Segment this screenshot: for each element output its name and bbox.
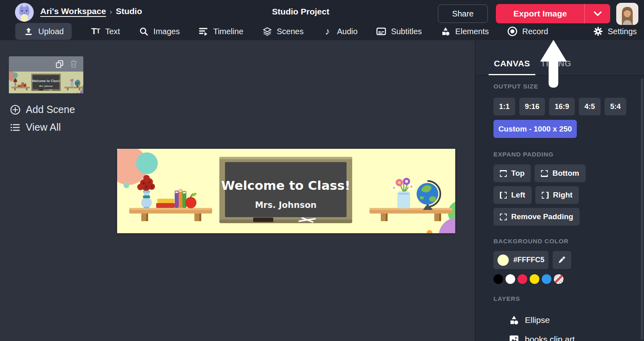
- layers-icon: [262, 26, 272, 37]
- output-size-heading: OUTPUT SIZE: [493, 83, 644, 90]
- pad-left-button[interactable]: Left: [493, 186, 532, 204]
- swatch-transparent[interactable]: [554, 274, 564, 284]
- pad-top-icon: [500, 170, 507, 177]
- copy-icon: [55, 60, 64, 68]
- toolbar-timeline[interactable]: Timeline: [198, 26, 244, 37]
- tab-timing[interactable]: TIMING: [535, 59, 577, 75]
- current-color-dot: [497, 255, 509, 266]
- circle-plus-icon: [10, 105, 21, 115]
- user-profile-avatar[interactable]: [616, 3, 638, 25]
- main-toolbar: Upload TT Text Images Timeline: [0, 23, 644, 40]
- toolbar-elements[interactable]: Elements: [440, 26, 489, 37]
- image-icon: [509, 334, 519, 341]
- pad-bottom-icon: [541, 170, 548, 177]
- swatch-red[interactable]: [518, 274, 527, 284]
- expand-padding-heading: EXPAND PADDING: [493, 151, 644, 158]
- toolbar-images-label: Images: [153, 27, 180, 36]
- pad-top-button[interactable]: Top: [493, 164, 531, 182]
- scene-thumbnail-dim-overlay: [9, 72, 83, 93]
- pad-right-label: Right: [553, 191, 573, 199]
- panel-scrollbar[interactable]: [641, 78, 643, 340]
- canvas-area[interactable]: [117, 149, 455, 233]
- scene-card-toolbar: [9, 56, 83, 72]
- captions-icon: [376, 26, 386, 37]
- toolbar-audio-label: Audio: [337, 27, 357, 36]
- project-title[interactable]: Studio Project: [272, 7, 329, 16]
- breadcrumb-workspace-link[interactable]: Ari's Workspace: [40, 6, 106, 16]
- export-image-button[interactable]: Export Image: [496, 4, 610, 23]
- toolbar-audio[interactable]: ♪ Audio: [322, 26, 357, 37]
- music-note-icon: ♪: [322, 26, 332, 37]
- pad-right-button[interactable]: Right: [535, 186, 579, 204]
- pad-left-icon: [500, 192, 507, 199]
- eyedropper-icon: [558, 256, 566, 264]
- upload-icon: [23, 26, 34, 37]
- pad-left-label: Left: [511, 191, 525, 199]
- toolbar-upload[interactable]: Upload: [15, 23, 72, 40]
- background-color-chip[interactable]: #FFFFC5: [493, 251, 549, 269]
- add-scene-button[interactable]: Add Scene: [10, 104, 75, 115]
- layer-row-books-clip-art[interactable]: books clip art: [493, 330, 644, 341]
- ratio-options: 1:1 9:16 16:9 4:5 5:4: [493, 98, 644, 115]
- scene-thumbnail-preview[interactable]: [9, 72, 83, 93]
- duplicate-scene-button[interactable]: [55, 60, 64, 68]
- toolbar-subtitles-label: Subtitles: [391, 27, 422, 36]
- list-icon: [10, 123, 21, 132]
- tab-canvas[interactable]: CANVAS: [489, 59, 535, 75]
- swatch-yellow[interactable]: [530, 274, 539, 284]
- toolbar-elements-label: Elements: [455, 27, 489, 36]
- toolbar-settings-label: Settings: [608, 27, 637, 36]
- custom-size-button[interactable]: Custom - 1000 x 250: [493, 120, 577, 138]
- shapes-icon: [509, 315, 519, 325]
- ratio-button-5-4[interactable]: 5:4: [605, 98, 626, 115]
- export-options-toggle[interactable]: [584, 4, 610, 23]
- ratio-button-16-9[interactable]: 16:9: [549, 98, 575, 115]
- text-icon: TT: [90, 26, 101, 37]
- inspector-tabs: CANVAS TIMING: [475, 40, 644, 76]
- view-all-label: View All: [26, 121, 61, 133]
- shapes-icon: [440, 26, 451, 37]
- toolbar-settings[interactable]: Settings: [593, 23, 637, 40]
- swatch-black[interactable]: [493, 274, 503, 284]
- scene-thumbnail-card[interactable]: [9, 56, 83, 93]
- share-button[interactable]: Share: [438, 4, 488, 23]
- swatch-blue[interactable]: [542, 274, 551, 284]
- pad-bottom-button[interactable]: Bottom: [535, 164, 585, 182]
- toolbar-text[interactable]: TT Text: [90, 26, 120, 37]
- ratio-button-9-16[interactable]: 9:16: [519, 98, 545, 115]
- preset-swatches: [493, 274, 644, 284]
- layer-row-ellipse[interactable]: Ellipse: [493, 310, 644, 330]
- search-icon: [138, 26, 149, 37]
- toolbar-images[interactable]: Images: [138, 26, 180, 37]
- breadcrumb-current: Studio: [116, 6, 142, 16]
- inspector-panel: CANVAS TIMING OUTPUT SIZE 1:1 9:16 16:9 …: [475, 40, 644, 341]
- export-image-label: Export Image: [496, 9, 584, 18]
- view-all-button[interactable]: View All: [10, 121, 61, 133]
- top-bar: Ari's Workspace › Studio Studio Project …: [0, 0, 644, 40]
- eyedropper-button[interactable]: [553, 251, 571, 269]
- add-scene-label: Add Scene: [26, 104, 75, 115]
- pad-top-label: Top: [511, 169, 524, 178]
- toolbar-scenes-label: Scenes: [277, 27, 304, 36]
- toolbar-upload-label: Upload: [38, 27, 64, 36]
- swatch-white[interactable]: [506, 274, 515, 284]
- gear-icon: [593, 26, 603, 37]
- chevron-down-icon: [594, 11, 602, 16]
- ratio-button-4-5[interactable]: 4:5: [579, 98, 601, 115]
- layer-name: books clip art: [525, 335, 575, 341]
- breadcrumb-separator: ›: [109, 7, 112, 16]
- toolbar-subtitles[interactable]: Subtitles: [376, 26, 422, 37]
- pad-right-icon: [542, 192, 549, 199]
- trash-icon: [70, 60, 78, 68]
- toolbar-record-label: Record: [522, 27, 548, 36]
- toolbar-record[interactable]: Record: [507, 26, 548, 37]
- remove-padding-button[interactable]: Remove Padding: [493, 208, 580, 226]
- pad-bottom-label: Bottom: [552, 169, 579, 178]
- ratio-button-1-1[interactable]: 1:1: [493, 98, 515, 115]
- breadcrumb: Ari's Workspace › Studio: [40, 6, 142, 16]
- toolbar-scenes[interactable]: Scenes: [262, 26, 304, 37]
- remove-padding-icon: [500, 214, 507, 220]
- delete-scene-button[interactable]: [70, 60, 78, 68]
- background-color-heading: BACKGROUND COLOR: [493, 238, 644, 245]
- workspace-avatar[interactable]: [15, 3, 34, 22]
